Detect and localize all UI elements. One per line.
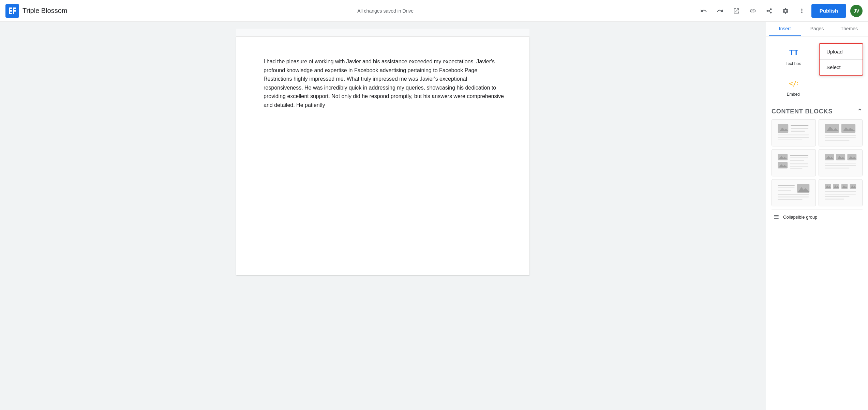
preview-button[interactable] <box>730 4 743 18</box>
svg-rect-5 <box>791 128 808 129</box>
embed-label: Embed <box>787 92 800 97</box>
svg-rect-12 <box>825 135 856 136</box>
tab-insert[interactable]: Insert <box>769 22 801 36</box>
settings-button[interactable] <box>779 4 792 18</box>
app-header: Triple Blossom All changes saved in Driv… <box>0 0 868 22</box>
upload-option[interactable]: Upload <box>820 44 863 59</box>
more-vert-icon <box>798 7 805 14</box>
undo-button[interactable] <box>697 4 710 18</box>
svg-rect-33 <box>778 196 809 197</box>
svg-rect-27 <box>825 165 856 166</box>
collapsible-group-item[interactable]: Collapsible group <box>772 209 863 224</box>
collapse-icon[interactable]: ⌃ <box>857 108 863 115</box>
block-item-6[interactable] <box>819 179 863 206</box>
svg-rect-6 <box>791 131 805 132</box>
svg-rect-11 <box>841 124 855 133</box>
embed-icon: </> <box>789 78 798 90</box>
right-sidebar: Insert Pages Themes TT Text box <box>766 22 868 410</box>
document-title: Triple Blossom <box>23 7 68 15</box>
text-box-label: Text box <box>785 61 801 66</box>
block-preview-3 <box>772 149 815 176</box>
svg-rect-20 <box>790 163 808 164</box>
upload-select-dropdown: Upload Select <box>819 43 863 76</box>
svg-rect-30 <box>778 188 795 188</box>
svg-rect-42 <box>825 196 849 197</box>
block-item-4[interactable] <box>819 149 863 176</box>
svg-rect-21 <box>790 166 808 167</box>
ruler <box>236 29 529 37</box>
svg-rect-32 <box>778 194 809 195</box>
svg-rect-43 <box>825 199 844 200</box>
svg-rect-18 <box>790 158 808 158</box>
block-item-1[interactable] <box>772 119 816 146</box>
svg-rect-31 <box>778 190 791 191</box>
avatar[interactable]: JV <box>850 5 863 17</box>
block-preview-4 <box>819 149 863 176</box>
block-preview-6 <box>819 179 863 206</box>
svg-rect-9 <box>778 140 802 140</box>
header-logo: Triple Blossom <box>5 4 68 18</box>
svg-rect-19 <box>790 160 804 161</box>
svg-rect-14 <box>825 140 849 141</box>
svg-rect-8 <box>778 137 809 138</box>
link-button[interactable] <box>746 4 760 18</box>
sidebar-tabs: Insert Pages Themes <box>766 22 868 36</box>
svg-rect-23 <box>825 154 834 160</box>
content-blocks-section-title: CONTENT BLOCKS ⌃ <box>772 108 863 115</box>
redo-icon <box>717 7 723 14</box>
insert-text-box[interactable]: TT Text box <box>772 43 815 70</box>
document-content: I had the pleasure of working with Javie… <box>264 57 506 110</box>
tab-pages[interactable]: Pages <box>801 22 833 36</box>
svg-text:</>: </> <box>789 80 798 87</box>
header-center: All changes saved in Drive <box>74 8 697 14</box>
header-actions: Publish JV <box>697 4 863 18</box>
select-option[interactable]: Select <box>820 59 863 75</box>
redo-button[interactable] <box>713 4 727 18</box>
insert-embed[interactable]: </> Embed <box>772 74 815 101</box>
google-sites-logo <box>5 4 19 18</box>
svg-rect-22 <box>790 169 802 169</box>
saved-status: All changes saved in Drive <box>357 8 414 14</box>
share-button[interactable] <box>762 4 776 18</box>
insert-grid: TT Text box Images <box>772 43 863 101</box>
block-preview-2 <box>819 120 863 146</box>
publish-button[interactable]: Publish <box>811 4 846 18</box>
svg-rect-40 <box>825 191 856 192</box>
svg-rect-13 <box>825 137 856 138</box>
undo-icon <box>700 7 707 14</box>
collapsible-group-icon <box>773 214 780 220</box>
svg-rect-15 <box>778 154 788 160</box>
svg-rect-0 <box>5 4 19 18</box>
svg-text:TT: TT <box>789 48 798 57</box>
content-blocks-grid <box>772 119 863 206</box>
tab-themes[interactable]: Themes <box>833 22 865 36</box>
svg-rect-41 <box>825 194 856 194</box>
more-options-button[interactable] <box>795 4 809 18</box>
block-item-5[interactable] <box>772 179 816 206</box>
svg-rect-28 <box>825 168 849 168</box>
block-preview-1 <box>772 120 815 146</box>
block-item-2[interactable] <box>819 119 863 146</box>
svg-rect-4 <box>791 125 808 126</box>
document-page: I had the pleasure of working with Javie… <box>236 37 529 275</box>
svg-rect-29 <box>778 185 795 186</box>
block-item-3[interactable] <box>772 149 816 176</box>
svg-rect-17 <box>790 155 808 156</box>
collapsible-group-label: Collapsible group <box>783 215 817 220</box>
text-box-icon: TT <box>789 47 798 59</box>
svg-rect-7 <box>778 135 809 135</box>
canvas-area: I had the pleasure of working with Javie… <box>0 22 766 410</box>
svg-rect-26 <box>825 163 856 163</box>
insert-panel: TT Text box Images <box>766 36 868 230</box>
insert-images-container: Images Upload Select <box>819 43 863 70</box>
block-preview-5 <box>772 179 815 206</box>
svg-rect-34 <box>778 199 802 200</box>
gear-icon <box>782 7 789 14</box>
svg-rect-16 <box>778 162 788 169</box>
preview-icon <box>733 7 740 14</box>
share-icon <box>766 7 773 14</box>
main-layout: I had the pleasure of working with Javie… <box>0 22 868 410</box>
link-icon <box>749 7 756 14</box>
